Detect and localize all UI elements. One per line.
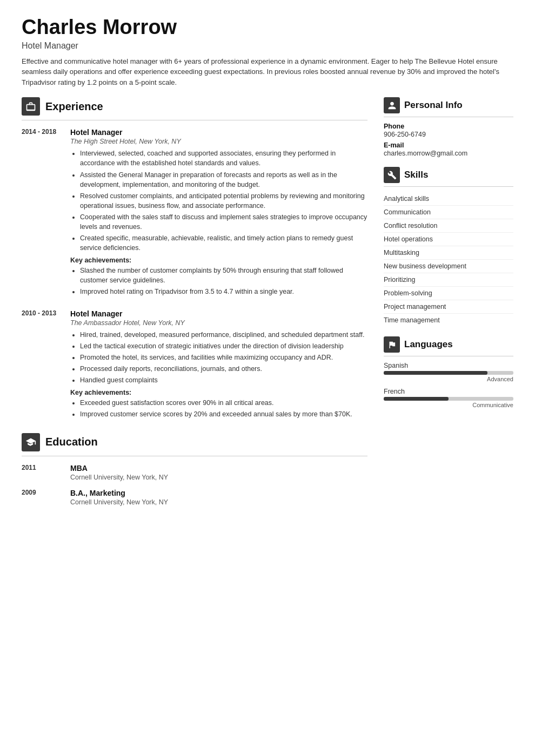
exp-job-title-0: Hotel Manager <box>70 128 367 137</box>
language-name-0: Spanish <box>384 362 513 369</box>
language-item-0: SpanishAdvanced <box>384 362 513 382</box>
phone-label: Phone <box>384 123 513 130</box>
personal-info-divider <box>384 117 513 117</box>
exp-job-title-1: Hotel Manager <box>70 309 367 318</box>
skill-item-8: Project management <box>384 300 513 314</box>
exp-bullets-0: Interviewed, selected, coached and suppo… <box>70 148 367 253</box>
graduation-svg <box>25 437 36 448</box>
achievement-0-1: Improved hotel rating on Tripadvisor fro… <box>80 287 367 296</box>
candidate-title: Hotel Manager <box>22 41 513 51</box>
experience-section: Experience 2014 - 2018Hotel ManagerThe H… <box>22 97 367 422</box>
education-entry-0: 2011MBACornell University, New York, NY <box>22 464 367 481</box>
personal-info-icon <box>384 97 400 113</box>
skills-header: Skills <box>384 167 513 183</box>
exp-bullet-1-1: Led the tactical execution of strategic … <box>80 341 367 351</box>
languages-section: Languages SpanishAdvancedFrenchCommunica… <box>384 336 513 408</box>
personal-info-header: Personal Info <box>384 97 513 113</box>
experience-list: 2014 - 2018Hotel ManagerThe High Street … <box>22 128 367 422</box>
skill-item-3: Hotel operations <box>384 233 513 246</box>
skill-item-4: Multitasking <box>384 246 513 260</box>
language-name-1: French <box>384 388 513 395</box>
skills-section: Skills Analytical skillsCommunicationCon… <box>384 167 513 327</box>
edu-institution-1: Cornell University, New York, NY <box>70 498 168 506</box>
edu-year-0: 2011 <box>22 464 70 481</box>
summary-text: Effective and communicative hotel manage… <box>22 56 513 88</box>
exp-company-1: The Ambassador Hotel, New York, NY <box>70 319 367 327</box>
skills-divider <box>384 186 513 187</box>
skill-item-0: Analytical skills <box>384 192 513 206</box>
exp-content-0: Hotel ManagerThe High Street Hotel, New … <box>70 128 367 300</box>
exp-bullet-1-0: Hired, trained, developed, measured perf… <box>80 330 367 340</box>
exp-date-0: 2014 - 2018 <box>22 128 70 300</box>
languages-divider <box>384 356 513 356</box>
skill-item-1: Communication <box>384 206 513 219</box>
skills-icon <box>384 167 400 183</box>
skill-item-9: Time management <box>384 314 513 327</box>
person-svg <box>387 101 397 110</box>
personal-info-section: Personal Info Phone 906-250-6749 E-mail … <box>384 97 513 157</box>
education-list: 2011MBACornell University, New York, NY2… <box>22 464 367 506</box>
experience-divider <box>22 120 367 120</box>
edu-institution-0: Cornell University, New York, NY <box>70 474 168 481</box>
languages-title: Languages <box>404 339 453 350</box>
language-bar-fill-0 <box>384 371 487 375</box>
education-icon <box>22 433 40 451</box>
exp-bullets-1: Hired, trained, developed, measured perf… <box>70 330 367 386</box>
education-entry-1: 2009B.A., MarketingCornell University, N… <box>22 489 367 506</box>
exp-bullet-1-3: Processed daily reports, reconciliations… <box>80 364 367 374</box>
experience-icon <box>22 97 40 116</box>
achievement-0-0: Slashed the number of customer complaint… <box>80 266 367 285</box>
achievement-1-0: Exceeded guest satisfaction scores over … <box>80 398 367 408</box>
skill-item-6: Prioritizing <box>384 273 513 287</box>
exp-company-0: The High Street Hotel, New York, NY <box>70 138 367 145</box>
skill-item-2: Conflict resolution <box>384 219 513 233</box>
language-level-0: Advanced <box>384 376 513 382</box>
exp-bullet-1-2: Promoted the hotel, its services, and fa… <box>80 353 367 362</box>
education-divider <box>22 456 367 456</box>
language-bar-fill-1 <box>384 397 449 401</box>
experience-entry-1: 2010 - 2013Hotel ManagerThe Ambassador H… <box>22 309 367 422</box>
education-section: Education 2011MBACornell University, New… <box>22 433 367 506</box>
key-achievements-label-1: Key achievements: <box>70 389 367 396</box>
language-bar-bg-1 <box>384 397 513 401</box>
email-value: charles.morrow@gmail.com <box>384 150 513 157</box>
language-item-1: FrenchCommunicative <box>384 388 513 408</box>
flag-svg <box>387 340 397 349</box>
left-column: Experience 2014 - 2018Hotel ManagerThe H… <box>22 97 367 514</box>
key-achievements-label-0: Key achievements: <box>70 256 367 264</box>
language-bar-bg-0 <box>384 371 513 375</box>
phone-value: 906-250-6749 <box>384 131 513 138</box>
languages-icon <box>384 336 400 353</box>
skill-item-5: New business development <box>384 260 513 273</box>
skill-item-7: Problem-solving <box>384 287 513 300</box>
personal-info-title: Personal Info <box>404 100 463 111</box>
edu-degree-0: MBA <box>70 464 168 473</box>
achievements-bullets-1: Exceeded guest satisfaction scores over … <box>70 398 367 419</box>
exp-bullet-0-3: Cooperated with the sales staff to discu… <box>80 212 367 232</box>
edu-content-1: B.A., MarketingCornell University, New Y… <box>70 489 168 506</box>
education-title: Education <box>45 436 98 448</box>
main-layout: Experience 2014 - 2018Hotel ManagerThe H… <box>22 97 513 514</box>
candidate-name: Charles Morrow <box>22 16 513 39</box>
achievements-bullets-0: Slashed the number of customer complaint… <box>70 266 367 296</box>
languages-list: SpanishAdvancedFrenchCommunicative <box>384 362 513 408</box>
right-column: Personal Info Phone 906-250-6749 E-mail … <box>384 97 513 514</box>
languages-header: Languages <box>384 336 513 353</box>
edu-year-1: 2009 <box>22 489 70 506</box>
skills-list: Analytical skillsCommunicationConflict r… <box>384 192 513 327</box>
experience-section-header: Experience <box>22 97 367 116</box>
exp-bullet-0-4: Created specific, measurable, achievable… <box>80 233 367 253</box>
achievement-1-1: Improved customer service scores by 20% … <box>80 409 367 419</box>
experience-title: Experience <box>45 100 103 113</box>
edu-degree-1: B.A., Marketing <box>70 489 168 497</box>
exp-bullet-0-2: Resolved customer complaints, and antici… <box>80 191 367 211</box>
exp-bullet-1-4: Handled guest complaints <box>80 375 367 385</box>
briefcase-svg <box>25 101 36 112</box>
exp-bullet-0-0: Interviewed, selected, coached and suppo… <box>80 148 367 168</box>
edu-content-0: MBACornell University, New York, NY <box>70 464 168 481</box>
email-label: E-mail <box>384 141 513 149</box>
experience-entry-0: 2014 - 2018Hotel ManagerThe High Street … <box>22 128 367 300</box>
education-section-header: Education <box>22 433 367 451</box>
skills-title: Skills <box>404 170 428 180</box>
exp-bullet-0-1: Assisted the General Manager in preparat… <box>80 170 367 190</box>
